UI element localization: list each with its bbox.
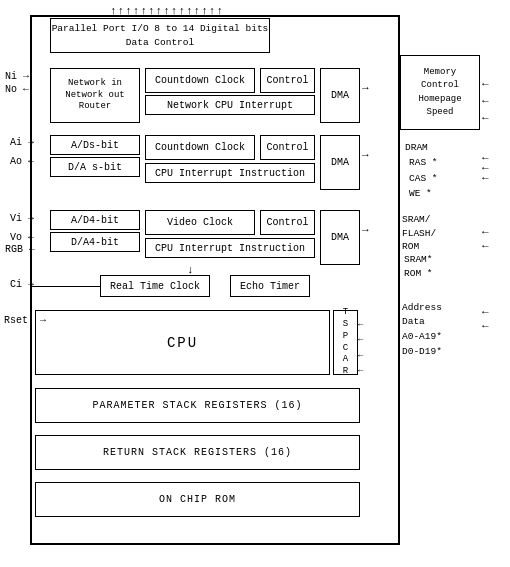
countdown-clock-2-label: Countdown Clock [155, 142, 245, 153]
echo-timer-label: Echo Timer [240, 281, 300, 292]
no-arrow: ← [23, 84, 29, 95]
no-text: No [5, 84, 17, 95]
vi-text: Vi [10, 213, 22, 224]
tscar-r: R [343, 366, 348, 378]
rom-label: ON CHIP ROM [159, 494, 236, 505]
top-arrows: ↑↑↑↑↑↑↑↑↑↑↑↑↑↑↑ [110, 5, 224, 17]
memory-right-arrow: ← [482, 78, 489, 90]
ci-line [31, 286, 100, 287]
dram-section: DRAM RAS * CAS * WE * [400, 143, 480, 198]
sram-right-arrow1: ← [482, 226, 489, 238]
dma3-right-arrow: → [362, 224, 369, 236]
control-1-label: Control [266, 75, 308, 86]
network-interrupt-label: Network CPU Interrupt [167, 100, 293, 111]
memory-right-arrow2: ← [482, 95, 489, 107]
dram-we: WE * [405, 186, 432, 201]
video-clock-box: Video Clock [145, 210, 255, 235]
network-box: Network inNetwork outRouter [50, 68, 140, 123]
da4-box: D/A4-bit [50, 232, 140, 252]
tscar-p: P [343, 331, 348, 343]
rom-star: ROM * [402, 267, 433, 281]
countdown-clock-1-box: Countdown Clock [145, 68, 255, 93]
ai-text: Ai [10, 137, 22, 148]
ai-arrow: → [28, 137, 34, 148]
sram-right-arrow2: ← [482, 240, 489, 252]
top-arrows-text: ↑↑↑↑↑↑↑↑↑↑↑↑↑↑↑ [110, 5, 224, 17]
control-1-box: Control [260, 68, 315, 93]
label-vo: Vo ← [10, 232, 34, 243]
vo-text: Vo [10, 232, 22, 243]
ad4-label: A/D4-bit [71, 215, 119, 226]
ni-text: Ni [5, 71, 17, 82]
ci-text: Ci [10, 279, 22, 290]
rset-text: Rset. [4, 315, 34, 326]
da8-label: D/A s-bit [68, 162, 122, 173]
address-label: AddressData [402, 301, 442, 330]
tscar-t: T [343, 307, 348, 319]
label-ao: Ao ← [10, 156, 34, 167]
dma-2-box: DMA [320, 135, 360, 190]
tscar-box: T S P C A R [333, 310, 358, 375]
vo-arrow: ← [28, 232, 34, 243]
cpu-interrupt-1-label: CPU Interrupt Instruction [155, 168, 305, 179]
memory-control-box: MemoryControlHomepageSpeed [400, 55, 480, 130]
param-stack-label: PARAMETER STACK REGISTERS (16) [92, 400, 302, 411]
ao-text: Ao [10, 156, 22, 167]
cpu-box: CPU [35, 310, 330, 375]
control-2-label: Control [266, 142, 308, 153]
sram-flash-label: SRAM/FLASH/ROM [402, 213, 436, 253]
rgb-text: RGB [5, 244, 23, 255]
return-stack-box: RETURN STACK REGISTERS (16) [35, 435, 360, 470]
diagram: ↑↑↑↑↑↑↑↑↑↑↑↑↑↑↑ Parallel Port I/O 8 to 1… [0, 0, 510, 567]
parallel-port-line1: Parallel Port I/O 8 to 14 Digital bits [52, 22, 269, 35]
da4-label: D/A4-bit [71, 237, 119, 248]
ad8-label: A/Ds-bit [71, 140, 119, 151]
label-ni: Ni → [5, 71, 29, 82]
label-no: No ← [5, 84, 29, 95]
label-vi: Vi → [10, 213, 34, 224]
ni-arrow: → [23, 71, 29, 82]
dma1-right-arrow: → [362, 82, 369, 94]
interrupt-down-arrow: ↓ [187, 264, 194, 276]
dram-label: DRAM [405, 140, 428, 155]
tscar-a: A [343, 354, 348, 366]
tscar-arrows: ← ← ← ← [358, 318, 363, 379]
dram-ras: RAS * [405, 155, 438, 170]
parallel-port-box: Parallel Port I/O 8 to 14 Digital bits D… [50, 18, 270, 53]
tscar-c: C [343, 343, 348, 355]
label-ai: Ai → [10, 137, 34, 148]
param-stack-box: PARAMETER STACK REGISTERS (16) [35, 388, 360, 423]
ci-arrow: → [28, 279, 34, 290]
memory-control-label: MemoryControlHomepageSpeed [418, 66, 461, 120]
dma-3-label: DMA [331, 232, 349, 243]
dma-1-box: DMA [320, 68, 360, 123]
addr-right-arrow2: ← [482, 320, 489, 332]
ao-arrow: ← [28, 156, 34, 167]
label-rgb: RGB ← [5, 244, 35, 255]
cpu-interrupt-2-label: CPU Interrupt Instruction [155, 243, 305, 254]
cpu-label: CPU [167, 335, 198, 351]
addr-right-arrow1: ← [482, 306, 489, 318]
d0-label: D0-D19* [402, 344, 442, 359]
cpu-interrupt-2-box: CPU Interrupt Instruction [145, 238, 315, 258]
network-label: Network inNetwork outRouter [65, 78, 124, 113]
label-rset: Rset. → [4, 315, 46, 326]
rom-box: ON CHIP ROM [35, 482, 360, 517]
da8-box: D/A s-bit [50, 157, 140, 177]
parallel-port-line2: Data Control [126, 36, 194, 49]
dram-cas: CAS * [405, 171, 438, 186]
return-stack-label: RETURN STACK REGISTERS (16) [103, 447, 292, 458]
sram-star: SRAM* [402, 253, 433, 267]
dma-2-label: DMA [331, 157, 349, 168]
control-3-label: Control [266, 217, 308, 228]
rset-arrow: → [40, 315, 46, 326]
a0-label: A0-A19* [402, 329, 442, 344]
echo-timer-box: Echo Timer [230, 275, 310, 297]
rgb-arrow: ← [29, 244, 35, 255]
ad8-box: A/Ds-bit [50, 135, 140, 155]
dma-1-label: DMA [331, 90, 349, 101]
address-data-section: AddressData A0-A19* D0-D19* [400, 300, 480, 360]
dma2-right-arrow: → [362, 149, 369, 161]
control-3-box: Control [260, 210, 315, 235]
real-time-clock-box: Real Time Clock [100, 275, 210, 297]
